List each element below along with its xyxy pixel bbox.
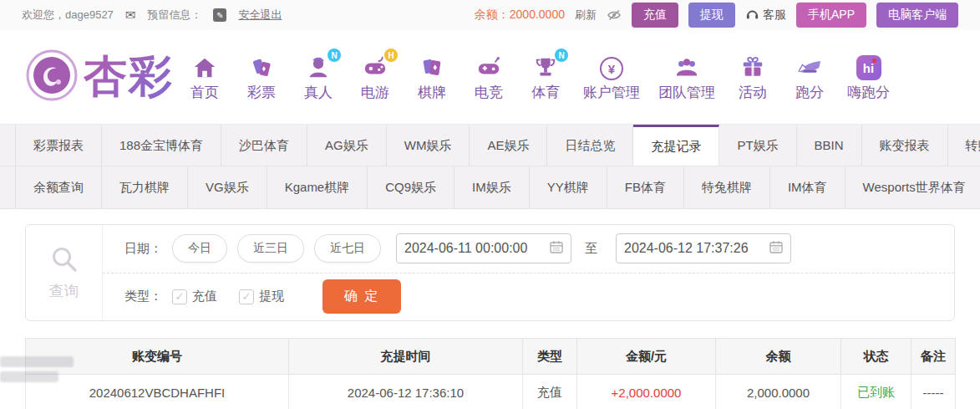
edit-icon[interactable]: ✎ [213,8,226,22]
esports-gamepad-icon [476,52,501,80]
nav-item-live[interactable]: N 真人 [299,52,338,102]
tab-transfer-report[interactable]: 转账报表 [948,125,980,166]
query-rail-label: 查询 [49,281,79,301]
nav-item-account[interactable]: ¥ 账户管理 [583,52,640,102]
home-icon [192,52,217,80]
tab-im-sports[interactable]: IM体育 [770,166,845,208]
tab-wali-chess[interactable]: 瓦力棋牌 [102,166,188,208]
logout-link[interactable]: 安全退出 [238,8,282,23]
tab-fb-sports[interactable]: FB体育 [607,166,684,208]
tab-daily-summary[interactable]: 日结总览 [547,125,633,166]
activity-gift-icon [740,52,765,80]
table-header-row: 账变编号 充提时间 类型 金额/元 余额 状态 备注 [26,339,956,375]
type-recharge-label: 充值 [192,289,217,304]
type-recharge-checkbox[interactable]: ✓ 充值 [172,289,217,304]
nav-item-hi-paofen[interactable]: hi 嗨跑分 [847,52,890,102]
date-from-input[interactable] [404,241,545,256]
account-yuan-icon: ¥ [600,52,623,80]
nav-item-activity[interactable]: 活动 [734,52,772,102]
tab-188-sports[interactable]: 188金宝博体育 [102,125,221,166]
tab-ae[interactable]: AE娱乐 [470,125,547,166]
tab-bbin[interactable]: BBIN [797,125,862,166]
tab-yy-chess[interactable]: YY棋牌 [530,166,607,208]
status-badge: 已到账 [841,375,911,409]
tab-pt[interactable]: PT娱乐 [719,125,796,166]
calendar-icon[interactable] [769,240,783,257]
col-header-type: 类型 [523,339,577,375]
site-logo[interactable]: 杏彩 [25,48,174,106]
topbar-left: 欢迎您，dage9527 ✉ 预留信息： ✎ 安全退出 [22,8,282,23]
new-badge: N [328,49,341,62]
confirm-button[interactable]: 确 定 [322,279,401,314]
customer-service-link[interactable]: 客服 [745,8,786,23]
recharge-button[interactable]: 充值 [632,3,678,28]
balance-label: 余额： [475,8,510,21]
nav-label: 团队管理 [658,83,715,102]
hot-badge: H [384,49,398,62]
nav-label: 彩票 [247,83,276,102]
range-today-button[interactable]: 今日 [172,234,227,263]
type-withdraw-checkbox[interactable]: ✓ 提现 [239,289,284,304]
headset-icon [745,8,759,23]
balance-text: 余额：2000.0000 [475,8,565,23]
service-label: 客服 [763,8,786,23]
checkbox-check-icon: ✓ [239,289,254,304]
pc-client-button[interactable]: 电脑客户端 [876,3,958,28]
tab-tetu-chess[interactable]: 特兔棋牌 [684,166,770,208]
tab-wesports[interactable]: Wesports世界体育 [845,166,980,208]
col-header-amount: 金额/元 [577,339,716,375]
cell-amount: +2,000.0000 [577,375,716,409]
nav-label: 真人 [304,83,333,102]
eye-slash-icon[interactable] [607,8,622,22]
envelope-icon[interactable]: ✉ [125,8,136,23]
tab-cq9[interactable]: CQ9娱乐 [368,166,454,208]
tab-deposit-withdraw-records[interactable]: 充提记录 [633,125,719,166]
logo-emblem-icon [25,49,79,105]
refresh-link[interactable]: 刷新 [575,8,597,23]
team-people-icon [674,52,699,80]
nav-item-esports[interactable]: 电竞 [470,52,508,102]
nav-item-home[interactable]: 首页 [185,52,224,102]
withdraw-button[interactable]: 提现 [688,3,735,28]
paofen-speed-icon [795,52,824,80]
tab-saba-sports[interactable]: 沙巴体育 [221,125,307,166]
report-tabstrip: 彩票报表 188金宝博体育 沙巴体育 AG娱乐 WM娱乐 AE娱乐 日结总览 充… [0,124,980,209]
date-filter-row: 日期： 今日 近三日 近七日 至 [103,225,954,274]
date-to-input[interactable] [624,241,764,256]
search-icon [49,244,79,278]
nav-label: 棋牌 [418,83,446,102]
col-header-remark: 备注 [911,339,956,375]
nav-label: 电游 [361,83,389,102]
cell-balance: 2,000.0000 [716,375,841,409]
tab-lottery-report[interactable]: 彩票报表 [15,125,102,166]
tab-balance-query[interactable]: 余额查询 [15,166,102,208]
col-header-record-id: 账变编号 [26,339,289,375]
welcome-text: 欢迎您，dage9527 [22,8,114,23]
nav-item-egame[interactable]: H 电游 [356,52,394,102]
range-3days-button[interactable]: 近三日 [237,234,304,263]
tab-ag[interactable]: AG娱乐 [307,125,387,166]
table-row: 20240612VBCDHAFHFI 2024-06-12 17:36:10 充… [26,375,956,409]
nav-item-chess[interactable]: 棋牌 [413,52,451,102]
nav-label: 首页 [190,83,219,102]
cell-time: 2024-06-12 17:36:10 [289,375,523,409]
topbar-right: 余额：2000.0000 刷新 充值 提现 客服 手机APP 电脑客户端 [475,3,958,28]
range-7days-button[interactable]: 近七日 [314,234,381,263]
nav-item-lottery[interactable]: 彩票 [242,52,281,102]
nav-item-sports[interactable]: N 体育 [526,52,565,102]
calendar-icon[interactable] [550,240,563,257]
nav-item-paofen[interactable]: 跑分 [790,52,829,102]
page: 欢迎您，dage9527 ✉ 预留信息： ✎ 安全退出 余额：2000.0000… [0,0,980,409]
tab-wm[interactable]: WM娱乐 [387,125,470,166]
nav-item-team[interactable]: 团队管理 [658,52,715,102]
tab-kgame[interactable]: Kgame棋牌 [267,166,368,208]
type-withdraw-label: 提现 [259,289,284,304]
tab-account-change-report[interactable]: 账变报表 [862,125,948,166]
mobile-app-button[interactable]: 手机APP [796,3,866,28]
checkbox-check-icon: ✓ [172,289,187,304]
tab-im-entertainment[interactable]: IM娱乐 [454,166,530,208]
col-header-balance: 余额 [716,339,841,375]
tab-vg[interactable]: VG娱乐 [188,166,267,208]
nav-label: 电竞 [475,83,503,102]
cell-remark: ----- [911,375,956,409]
